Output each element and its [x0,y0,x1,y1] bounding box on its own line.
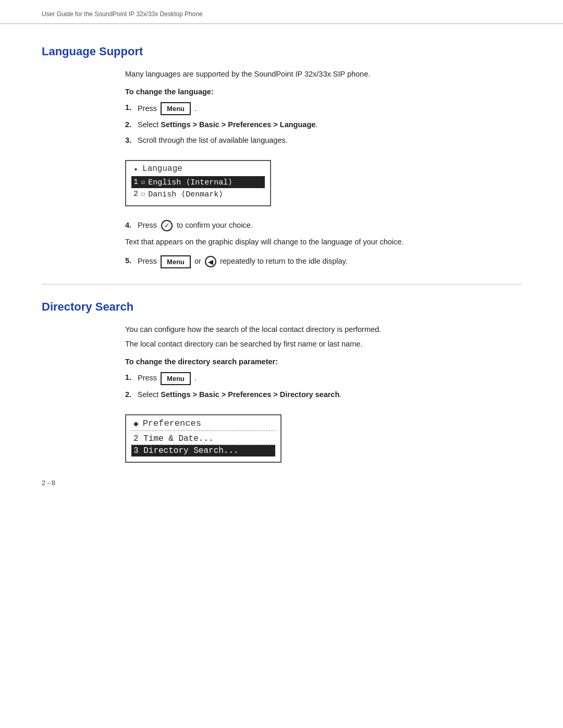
prefs-row-2-text: 3 Directory Search... [133,446,239,455]
dir-step-2-content: Select Settings > Basic > Preferences > … [138,389,341,401]
step-5-content: Press Menu or ◀ repeatedly to return to … [138,255,348,269]
change-dir-search-subheading: To change the directory search parameter… [125,357,521,366]
section-language-support: Language Support Many languages are supp… [42,45,521,268]
language-steps-list-2: 4. Press ✓ to confirm your choice. [125,220,521,231]
screen-row-1-selected: 1 ☑ English ⟨Internal⟩ [131,176,265,188]
directory-intro-2: The local contact directory can be searc… [125,339,521,350]
directory-search-heading: Directory Search [42,300,521,314]
screen-row-2: 2 ☐ Danish ⟨Denmark⟩ [131,188,265,200]
prefs-title-text: Preferences [143,418,201,428]
dir-step-1: 1. Press Menu . [125,372,521,386]
row-2-uncheck-icon: ☐ [141,190,145,198]
step-4-num: 4. [125,220,138,231]
step-1-suffix: . [194,103,197,115]
step-2-text-prefix: Select Settings > Basic > Preferences > … [138,119,317,131]
row-2-text: Danish ⟨Denmark⟩ [148,189,223,199]
menu-button-2: Menu [161,255,191,269]
directory-steps-list: 1. Press Menu . 2. Select Settings > Bas… [125,372,521,401]
section-directory-search: Directory Search You can configure how t… [42,300,521,471]
dir-step-1-suffix: . [194,373,197,384]
step-3-language: 3. Scroll through the list of available … [125,135,521,146]
language-intro: Many languages are supported by the Soun… [125,69,521,80]
language-screen: ✦ Language 1 ☑ English ⟨Internal⟩ 2 ☐ Da… [125,160,271,206]
language-support-heading: Language Support [42,45,521,58]
dir-step-2-num: 2. [125,389,138,401]
step-5-prefix: Press [138,256,157,267]
step-2-num: 2. [125,119,138,131]
check-circle-icon: ✓ [161,220,173,231]
step-2-language: 2. Select Settings > Basic > Preferences… [125,119,521,131]
row-1-check-icon: ☑ [141,178,145,186]
row-1-num: 1 [133,178,138,187]
prefs-screen-title-row: ◆ Preferences [131,418,275,431]
directory-intro-1: You can configure how the search of the … [125,324,521,336]
step-4-suffix: to confirm your choice. [177,220,253,231]
step-1-num: 1. [125,102,138,114]
step-3-text: Scroll through the list of available lan… [138,135,288,146]
language-steps-list: 1. Press Menu . 2. Select Settings > Bas… [125,102,521,146]
dir-step-1-prefix: Press [138,373,157,384]
section-separator [42,284,521,285]
dir-step-2-text: Select Settings > Basic > Preferences > … [138,389,341,401]
prefs-title-icon: ◆ [133,418,139,429]
main-content: Language Support Many languages are supp… [0,24,563,502]
step-4-content: Press ✓ to confirm your choice. [138,220,253,231]
step-2-bold: Settings > Basic > Preferences > Languag… [161,120,315,129]
step-4-language: 4. Press ✓ to confirm your choice. [125,220,521,231]
preferences-screen: ◆ Preferences 2 Time & Date... 3 Directo… [125,414,282,463]
dir-step-1-content: Press Menu . [138,372,197,386]
step-5-suffix: repeatedly to return to the idle display… [220,256,348,267]
prefs-row-2-selected: 3 Directory Search... [131,445,275,456]
left-arrow-icon: ◀ [205,256,216,267]
prefs-row-1: 2 Time & Date... [131,433,275,445]
step-1-language: 1. Press Menu . [125,102,521,116]
screen-title-text: Language [142,164,182,174]
step-3-content: Scroll through the list of available lan… [138,135,288,146]
screen-title-icon: ✦ [133,164,138,174]
dir-step-2: 2. Select Settings > Basic > Preferences… [125,389,521,401]
step-5-num: 5. [125,255,138,267]
step-5-language: 5. Press Menu or ◀ repeatedly to return … [125,255,521,269]
footer-page-number: 2 - 8 [42,479,55,487]
header-text: User Guide for the SoundPoint IP 32x/33x… [42,10,203,18]
menu-button-3: Menu [161,372,191,386]
step-5-or: or [194,256,201,267]
prefs-row-1-text: 2 Time & Date... [133,434,214,443]
change-language-subheading: To change the language: [125,88,521,96]
language-steps-list-3: 5. Press Menu or ◀ repeatedly to return … [125,255,521,269]
row-1-text: English ⟨Internal⟩ [148,177,232,187]
step-1-content: Press Menu . [138,102,197,116]
dir-step-2-bold: Settings > Basic > Preferences > Directo… [161,390,339,399]
step-3-num: 3. [125,135,138,146]
menu-button-1: Menu [161,102,191,116]
step-2-content: Select Settings > Basic > Preferences > … [138,119,317,131]
screen-title-row: ✦ Language [131,164,265,174]
step-4-prefix: Press [138,220,157,231]
after-step4-text: Text that appears on the graphic display… [125,237,521,248]
dir-step-1-num: 1. [125,372,138,384]
step-1-prefix: Press [138,103,157,115]
row-2-num: 2 [133,190,138,199]
top-header: User Guide for the SoundPoint IP 32x/33x… [0,0,563,24]
page-wrapper: User Guide for the SoundPoint IP 32x/33x… [0,0,563,502]
